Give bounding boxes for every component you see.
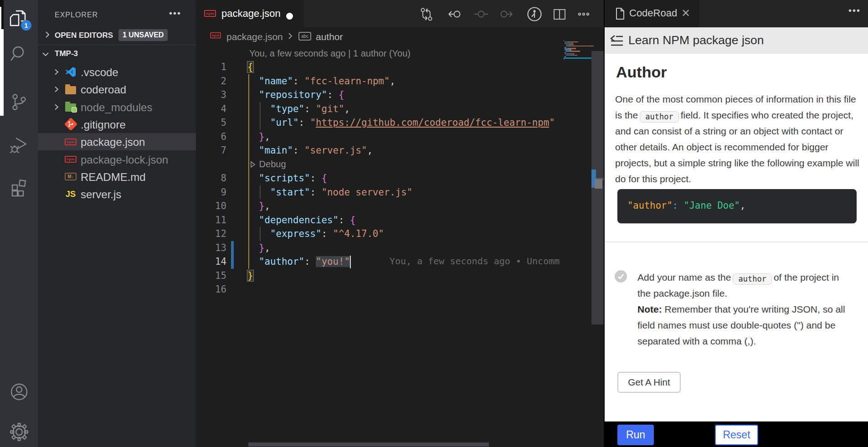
line-text: "main": "server.js", [247, 144, 373, 158]
debug-codelens[interactable]: Debug [249, 159, 286, 170]
line-number: 11 [196, 213, 226, 227]
tab-coderoad[interactable]: CodeRoad ✕ [605, 0, 699, 27]
account-icon[interactable] [9, 381, 30, 402]
line-text: } [247, 269, 253, 283]
gutter-modified-indicator [231, 255, 234, 269]
code-line-7[interactable]: 7 "main": "server.js", [196, 144, 564, 158]
file-tree-item-server-js[interactable]: JSserver.js [38, 185, 196, 203]
task-line-3: Note: Remember that you're writing JSON,… [637, 304, 845, 315]
line-text: "start": "node server.js" [247, 185, 412, 200]
line-text: "author": "you!" [247, 255, 350, 269]
file-tree-item--gitignore[interactable]: .gitignore [38, 116, 196, 133]
line-number: 4 [196, 102, 226, 116]
minimap-line [564, 40, 564, 41]
paragraph-line-5: projects, but a simple string like the f… [615, 158, 859, 169]
line-text: "type": "git", [247, 102, 350, 116]
code-line-10[interactable]: 10 }, [196, 199, 564, 213]
file-label: package.json [81, 136, 145, 149]
file-label: package-lock.json [81, 154, 168, 166]
code-line-6[interactable]: 6 }, [196, 130, 564, 144]
panel-bottom-bar: Run Reset [605, 421, 868, 447]
code-line-3[interactable]: 3 "repository": { [196, 88, 564, 102]
minimap-line [572, 55, 577, 56]
file-tree-item-package-json[interactable]: npmpackage.json [38, 133, 196, 150]
code-sample: "author": "Jane Doe", [627, 200, 745, 211]
panel-more-actions-icon[interactable]: ••• [848, 5, 861, 16]
horizontal-scrollbar[interactable] [248, 442, 489, 447]
paragraph-line-1: One of the most common pieces of informa… [615, 94, 856, 105]
code-line-12[interactable]: 12 "express": "^4.17.0" [196, 227, 564, 241]
extensions-icon[interactable] [9, 177, 30, 198]
paragraph-line-2: is theauthorfield. It specifies who crea… [615, 110, 853, 123]
code-line-1[interactable]: 1{ [196, 60, 564, 74]
code-area[interactable]: You, a few seconds ago | 1 author (You) … [196, 0, 604, 447]
minimap-line [578, 41, 578, 42]
line-text: "name": "fcc-learn-npm", [247, 74, 395, 88]
file-tree-item-README-md[interactable]: M↓README.md [38, 168, 196, 185]
close-icon[interactable]: ✕ [681, 7, 690, 20]
indent-guide [260, 227, 261, 241]
file-icon [614, 7, 627, 20]
code-line-8[interactable]: 8 "scripts": { [196, 171, 564, 185]
line-text: }, [247, 199, 270, 213]
sidebar-more-actions-icon[interactable]: ••• [169, 8, 181, 19]
code-line-9[interactable]: 9 "start": "node server.js" [196, 185, 564, 200]
source-control-icon[interactable] [9, 92, 30, 113]
gutter-modified-indicator [231, 241, 234, 255]
git-icon [65, 118, 77, 130]
task-line-1: Add your name as theauthorof the project… [637, 272, 839, 285]
task-line-2: the package.json file. [637, 288, 727, 299]
reset-button[interactable]: Reset [715, 425, 758, 445]
minimap-line [571, 51, 580, 51]
code-line-2[interactable]: 2 "name": "fcc-learn-npm", [196, 74, 564, 88]
task-line-5: separated with a comma (,). [637, 336, 756, 347]
file-tree-item--vscode[interactable]: .vscode [38, 63, 196, 81]
line-number: 9 [196, 185, 226, 200]
root-folder-row[interactable]: TMP-3 [38, 45, 196, 63]
file-tree-item-coderoad[interactable]: coderoad [38, 81, 196, 98]
code-line-5[interactable]: 5 "url": "https://github.com/coderoad/fc… [196, 116, 564, 130]
overview-ruler-cursor [595, 179, 602, 189]
get-a-hint-button[interactable]: Get A Hint [617, 372, 681, 393]
line-number: 16 [196, 283, 226, 297]
code-line-4[interactable]: 4 "type": "git", [196, 102, 564, 116]
inline-code-chip: author [733, 273, 771, 285]
line-number: 3 [196, 88, 226, 102]
npm-icon: npm [65, 136, 77, 148]
activity-bar: 1 [0, 0, 38, 447]
run-debug-icon[interactable] [9, 134, 30, 155]
inline-code-chip: author [640, 111, 678, 123]
minimap-line [575, 48, 576, 49]
author-lens[interactable]: You, a few seconds ago | 1 author (You) [249, 48, 411, 59]
window-edge-light [0, 29, 4, 116]
npm-icon: npm [65, 154, 77, 165]
vertical-scrollbar[interactable] [591, 0, 604, 447]
file-tree-item-node-modules[interactable]: node_modules [38, 98, 196, 116]
code-line-11[interactable]: 11 "dependencies": { [196, 213, 564, 227]
settings-icon[interactable] [9, 421, 30, 442]
indent-guide [260, 102, 261, 130]
task-check-icon [615, 270, 627, 283]
minimap-line [570, 46, 593, 46]
inline-blame: You, a few seconds ago • Uncomm [390, 256, 560, 267]
code-line-15[interactable]: 15} [196, 269, 564, 283]
line-text: "repository": { [247, 88, 344, 102]
active-view-indicator [0, 7, 1, 29]
bracket-guide [248, 74, 249, 269]
minimap[interactable] [564, 25, 592, 447]
minimap-current-line [564, 57, 592, 59]
search-icon[interactable] [9, 43, 30, 64]
line-number: 8 [196, 171, 226, 185]
back-to-list-icon[interactable] [610, 34, 624, 48]
code-line-16[interactable]: 16 [196, 283, 564, 297]
file-tree-item-package-lock-json[interactable]: npmpackage-lock.json [38, 151, 196, 168]
run-button[interactable]: Run [617, 425, 654, 445]
line-text: "express": "^4.17.0" [247, 227, 384, 241]
indent-guide [260, 185, 261, 200]
line-text: }, [247, 241, 270, 255]
panel-tab-label: CodeRoad [629, 7, 677, 19]
line-number: 12 [196, 227, 226, 241]
open-editors-section[interactable]: OPEN EDITORS 1 UNSAVED [38, 26, 196, 45]
root-folder-label: TMP-3 [55, 49, 78, 58]
code-line-13[interactable]: 13 }, [196, 241, 564, 255]
